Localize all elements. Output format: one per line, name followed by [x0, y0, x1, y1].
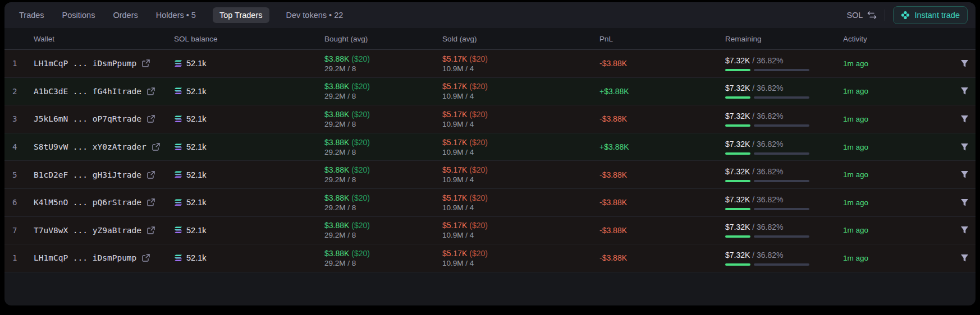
activity-cell: 1m ago: [843, 198, 956, 207]
external-link-icon[interactable]: [152, 143, 160, 151]
sold-cell: $5.17K ($20) 10.9M / 4: [442, 54, 599, 73]
wallet-address[interactable]: LH1mCqP ... iDsmPpump: [34, 59, 136, 68]
remaining-separator: /: [752, 195, 754, 204]
external-link-icon[interactable]: [147, 87, 155, 95]
sold-subline: 10.9M / 4: [442, 203, 599, 212]
table-row[interactable]: 7 T7uV8wX ... yZ9aBtrade: [4, 217, 976, 245]
tab-list: Trades Positions Orders Holders • 5 Top …: [18, 7, 344, 23]
progress-fill: [725, 180, 750, 182]
wallet-cell: K4lM5nO ... pQ6rStrade: [34, 198, 174, 207]
external-link-icon[interactable]: [147, 115, 155, 123]
header-sol-balance: SOL balance: [174, 35, 324, 43]
remaining-percent: 36.82%: [757, 112, 783, 121]
bought-avg: ($20): [351, 82, 370, 91]
remaining-cell: $7.32K / 36.82%: [725, 84, 843, 99]
pnl-cell: +$3.88K: [599, 87, 725, 96]
table-row[interactable]: 2 A1bC3dE ... fG4hItrade: [4, 78, 976, 106]
tab-item[interactable]: Top Traders: [213, 7, 269, 23]
external-link-icon[interactable]: [142, 59, 150, 67]
remaining-separator: /: [752, 56, 754, 65]
table-row[interactable]: 1 LH1mCqP ... iDsmPpump: [4, 50, 976, 78]
sol-balance-value: 52.1k: [186, 226, 206, 235]
filter-funnel-icon[interactable]: [960, 198, 969, 207]
table-row[interactable]: 1 LH1mCqP ... iDsmPpump: [4, 244, 976, 272]
bought-avg: ($20): [351, 110, 370, 119]
sold-cell: $5.17K ($20) 10.9M / 4: [442, 193, 599, 212]
remaining-separator: /: [752, 112, 754, 121]
wallet-address[interactable]: LH1mCqP ... iDsmPpump: [34, 253, 136, 262]
sold-avg: ($20): [469, 165, 488, 174]
tab-item[interactable]: Positions: [61, 7, 97, 23]
row-rank: 7: [4, 226, 34, 235]
sold-avg: ($20): [469, 54, 488, 63]
header-remaining: Remaining: [725, 35, 843, 43]
solana-icon: [174, 226, 182, 234]
external-link-icon[interactable]: [142, 254, 150, 262]
sol-balance-cell: 52.1k: [174, 59, 324, 68]
wallet-address[interactable]: A1bC3dE ... fG4hItrade: [34, 87, 141, 96]
tab-item[interactable]: Holders • 5: [155, 7, 197, 23]
activity-cell: 1m ago: [843, 170, 956, 179]
top-traders-panel: Trades Positions Orders Holders • 5 Top …: [4, 2, 976, 305]
solana-icon: [174, 115, 182, 123]
filter-funnel-icon[interactable]: [960, 254, 969, 262]
filter-funnel-icon[interactable]: [960, 115, 969, 123]
sold-usd: $5.17K: [442, 82, 467, 91]
remaining-separator: /: [752, 251, 754, 260]
sold-subline: 10.9M / 4: [442, 175, 599, 184]
solana-icon: [174, 171, 182, 178]
remaining-usd: $7.32K: [725, 140, 750, 149]
external-link-icon[interactable]: [147, 198, 155, 206]
sold-usd: $5.17K: [442, 165, 467, 174]
filter-cell: [956, 59, 976, 68]
sol-balance-value: 52.1k: [186, 87, 206, 96]
progress-fill: [725, 69, 750, 71]
sol-balance-cell: 52.1k: [174, 87, 324, 96]
wallet-address[interactable]: S8tU9vW ... xY0zAtrader: [34, 142, 146, 151]
sold-avg: ($20): [469, 249, 488, 258]
filter-funnel-icon[interactable]: [960, 170, 969, 179]
progress-fill: [725, 208, 750, 210]
solana-icon: [174, 60, 182, 67]
table-row[interactable]: 5 B1cD2eF ... gH3iJtrade: [4, 161, 976, 189]
remaining-usd: $7.32K: [725, 167, 750, 176]
remaining-separator: /: [752, 140, 754, 149]
progress-track: [754, 124, 809, 127]
tab-item[interactable]: Orders: [112, 7, 139, 23]
bought-usd: $3.88K: [324, 249, 349, 258]
external-link-icon[interactable]: [147, 226, 155, 234]
filter-funnel-icon[interactable]: [960, 87, 969, 95]
wallet-address[interactable]: J5kL6mN ... oP7qRtrade: [34, 114, 141, 123]
currency-switcher[interactable]: SOL: [846, 11, 877, 20]
bought-avg: ($20): [351, 54, 370, 63]
external-link-icon[interactable]: [147, 171, 155, 179]
bought-avg: ($20): [351, 221, 370, 230]
progress-fill: [725, 235, 750, 238]
wallet-cell: J5kL6mN ... oP7qRtrade: [34, 114, 174, 123]
row-rank: 5: [4, 170, 34, 179]
progress-track: [754, 235, 809, 238]
filter-funnel-icon[interactable]: [960, 143, 969, 151]
tab-item[interactable]: Trades: [18, 7, 45, 23]
remaining-usd: $7.32K: [725, 56, 750, 65]
remaining-usd: $7.32K: [725, 251, 750, 260]
activity-cell: 1m ago: [843, 115, 956, 123]
wallet-address[interactable]: B1cD2eF ... gH3iJtrade: [34, 170, 141, 179]
filter-funnel-icon[interactable]: [960, 226, 969, 234]
sol-balance-cell: 52.1k: [174, 114, 324, 123]
remaining-percent: 36.82%: [757, 84, 783, 92]
filter-funnel-icon[interactable]: [960, 59, 969, 68]
table-row[interactable]: 4 S8tU9vW ... xY0zAtrader: [4, 133, 976, 161]
tab-item[interactable]: Dev tokens • 22: [285, 7, 345, 23]
filter-cell: [956, 254, 976, 262]
header-wallet: Wallet: [34, 35, 174, 43]
table-row[interactable]: 6 K4lM5nO ... pQ6rStrade: [4, 189, 976, 217]
wallet-address[interactable]: T7uV8wX ... yZ9aBtrade: [34, 226, 141, 235]
bought-usd: $3.88K: [324, 193, 349, 202]
table-row[interactable]: 3 J5kL6mN ... oP7qRtrade: [4, 105, 976, 133]
wallet-cell: LH1mCqP ... iDsmPpump: [34, 59, 174, 68]
instant-trade-button[interactable]: Instant trade: [893, 6, 968, 24]
wallet-address[interactable]: K4lM5nO ... pQ6rStrade: [34, 198, 141, 207]
bought-subline: 29.2M / 8: [324, 175, 442, 184]
wallet-cell: T7uV8wX ... yZ9aBtrade: [34, 226, 174, 235]
